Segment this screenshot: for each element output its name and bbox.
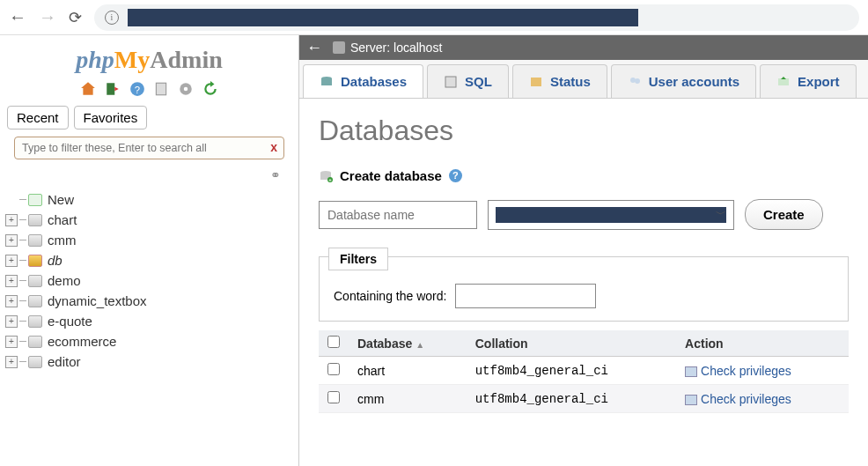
table-row: cmmutf8mb4_general_ciCheck privileges (319, 385, 849, 413)
col-collation[interactable]: Collation (467, 330, 676, 357)
svg-rect-8 (445, 77, 456, 87)
row-checkbox[interactable] (327, 363, 340, 375)
tree-item-db[interactable]: +cmm (5, 230, 298, 250)
breadcrumb: ← Server: localhost (299, 35, 868, 60)
select-all-checkbox[interactable] (327, 336, 340, 348)
database-tree: New+chart+cmm+db+demo+dynamic_textbox+e-… (0, 189, 298, 372)
col-action: Action (676, 330, 849, 357)
tree-item-db[interactable]: +dynamic_textbox (5, 291, 298, 311)
tree-item-db[interactable]: +demo (5, 270, 298, 291)
help-icon[interactable]: ? (449, 169, 462, 182)
tree-item-db[interactable]: +ecommerce (5, 331, 298, 351)
check-privileges-link[interactable]: Check privileges (701, 392, 791, 406)
filters-legend: Filters (328, 248, 388, 270)
db-icon (28, 315, 42, 328)
reload-tree-icon[interactable] (202, 81, 218, 97)
privileges-icon (685, 366, 697, 377)
docs-icon[interactable] (153, 81, 169, 97)
row-checkbox[interactable] (327, 391, 340, 403)
create-db-icon: + (319, 169, 333, 183)
containing-label: Containing the word: (334, 289, 446, 303)
tree-label[interactable]: ecommerce (48, 334, 116, 349)
tree-label[interactable]: New (48, 192, 74, 207)
db-icon (28, 194, 42, 206)
cell-collation[interactable]: utf8mb4_general_ci (467, 357, 676, 385)
svg-text:+: + (328, 177, 332, 182)
db-icon (320, 75, 334, 89)
sidebar: phpMyAdmin ? Recent Favorites x ⚭ New+ch… (0, 35, 299, 466)
containing-input[interactable] (455, 284, 596, 308)
tree-item-db[interactable]: +chart (5, 210, 298, 230)
svg-rect-3 (157, 84, 166, 96)
col-database[interactable]: Database ▲ (349, 330, 467, 357)
tab-label: User accounts (649, 74, 739, 89)
database-name-input[interactable] (319, 201, 477, 229)
tree-label[interactable]: dynamic_textbox (48, 293, 147, 308)
export-icon (776, 75, 791, 89)
create-db-heading: Create database (340, 168, 442, 183)
db-icon (28, 336, 42, 348)
recent-tab[interactable]: Recent (7, 106, 69, 129)
clear-filter-icon[interactable]: x (270, 140, 277, 154)
svg-point-11 (635, 78, 640, 84)
cell-db-name[interactable]: cmm (349, 385, 467, 413)
tree-label[interactable]: editor (48, 354, 81, 369)
expand-icon[interactable]: + (5, 214, 18, 226)
home-icon[interactable] (80, 81, 96, 97)
cell-db-name[interactable]: chart (349, 357, 467, 385)
tree-label[interactable]: cmm (48, 233, 77, 248)
tree-filter-input[interactable] (14, 137, 284, 159)
tree-item-db[interactable]: +editor (5, 351, 298, 372)
check-privileges-link[interactable]: Check privileges (701, 364, 791, 378)
tab-databases[interactable]: Databases (303, 64, 423, 98)
logout-icon[interactable] (105, 81, 121, 97)
filters-fieldset: Filters Containing the word: (319, 256, 849, 322)
main-content: ← Server: localhost DatabasesSQLStatusUs… (299, 35, 868, 466)
expand-icon[interactable]: + (5, 295, 18, 307)
db-icon (28, 275, 42, 287)
expand-icon[interactable]: + (5, 234, 18, 247)
tree-label[interactable]: e-quote (48, 314, 92, 329)
tree-item-new[interactable]: New (5, 189, 298, 210)
svg-point-10 (630, 78, 636, 83)
settings-icon[interactable] (178, 81, 194, 97)
db-icon (28, 255, 42, 267)
db-icon (28, 234, 42, 247)
cell-collation[interactable]: utf8mb4_general_ci (467, 385, 676, 413)
favorites-tab[interactable]: Favorites (74, 106, 148, 129)
url-bar[interactable]: i (94, 4, 859, 31)
svg-rect-9 (531, 78, 541, 86)
table-row: chartutf8mb4_general_ciCheck privileges (319, 357, 849, 385)
tree-item-db[interactable]: +db (5, 250, 298, 270)
tree-item-db[interactable]: +e-quote (5, 311, 298, 331)
breadcrumb-back-icon[interactable]: ← (306, 39, 322, 57)
create-button[interactable]: Create (745, 199, 823, 230)
link-icon[interactable]: ⚭ (0, 168, 298, 189)
svg-rect-0 (107, 84, 114, 96)
tab-status[interactable]: Status (512, 64, 607, 98)
expand-icon[interactable]: + (5, 315, 18, 328)
site-info-icon[interactable]: i (105, 11, 119, 25)
tree-label[interactable]: db (48, 253, 63, 268)
status-icon (529, 75, 543, 89)
expand-icon[interactable]: + (5, 275, 18, 287)
url-redacted (128, 9, 638, 26)
expand-icon[interactable]: + (5, 336, 18, 348)
back-button[interactable]: ← (9, 7, 26, 27)
database-table: Database ▲ Collation Action chartutf8mb4… (319, 330, 849, 413)
server-label: Server: localhost (350, 41, 442, 55)
collation-select[interactable]: ﹀ (488, 200, 734, 230)
tab-user-accounts[interactable]: User accounts (611, 64, 756, 98)
reload-button[interactable]: ⟳ (69, 8, 82, 27)
db-icon (28, 295, 42, 307)
forward-button[interactable]: → (39, 7, 56, 27)
tab-sql[interactable]: SQL (427, 64, 509, 98)
expand-icon[interactable]: + (5, 356, 18, 368)
tree-label[interactable]: chart (48, 212, 77, 227)
collation-redacted (496, 207, 726, 223)
help-icon[interactable]: ? (129, 81, 145, 97)
tree-label[interactable]: demo (48, 273, 81, 288)
expand-icon[interactable]: + (5, 255, 18, 267)
tab-export[interactable]: Export (760, 64, 857, 98)
svg-point-5 (184, 87, 188, 92)
